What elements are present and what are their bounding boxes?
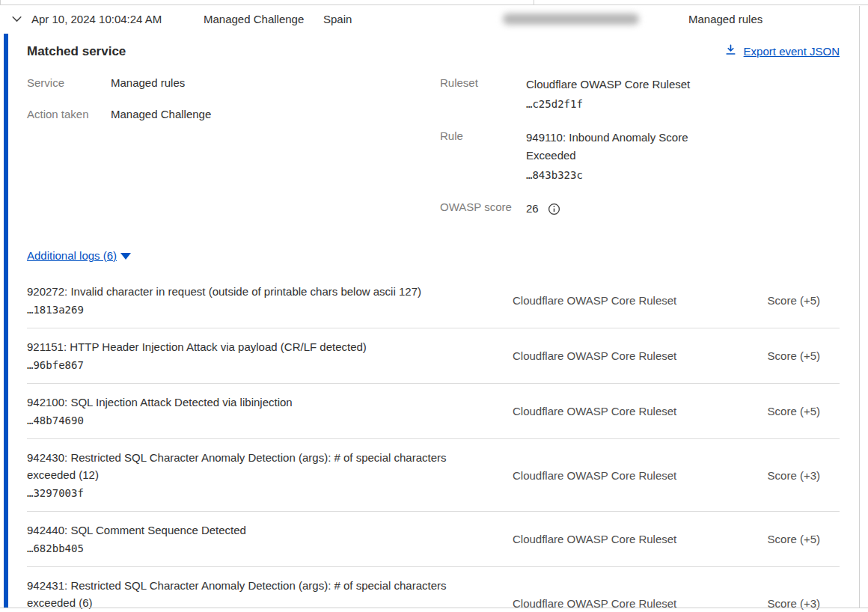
detail-field: OWASP score 26 bbox=[440, 200, 840, 218]
detail-field: Ruleset Cloudflare OWASP Core Ruleset …c… bbox=[440, 76, 840, 112]
log-row: 920272: Invalid character in request (ou… bbox=[27, 273, 840, 328]
event-detail-panel: Matched service Export event JSON Servic… bbox=[27, 43, 840, 612]
detail-field: Action taken Managed Challenge bbox=[27, 107, 440, 122]
event-timestamp: Apr 10, 2024 10:04:24 AM bbox=[31, 13, 204, 25]
log-ruleset: Cloudflare OWASP Core Ruleset bbox=[513, 469, 737, 482]
previous-row-border bbox=[0, 0, 868, 5]
table-left-border bbox=[0, 0, 1, 5]
table-right-border bbox=[859, 6, 860, 608]
log-score: Score (+5) bbox=[737, 294, 840, 307]
field-value: Managed Challenge bbox=[111, 107, 211, 122]
field-value: 949110: Inbound Anomaly Score Exceeded bbox=[526, 129, 709, 165]
log-rule-id: …1813a269 bbox=[27, 302, 483, 318]
chevron-down-icon[interactable] bbox=[10, 13, 23, 25]
info-icon[interactable] bbox=[548, 203, 560, 215]
field-rule-id: …c25d2f1f bbox=[526, 96, 690, 112]
table-bottom-border bbox=[0, 608, 868, 608]
detail-field: Rule 949110: Inbound Anomaly Score Excee… bbox=[440, 129, 840, 183]
log-rule-title: 942431: Restricted SQL Character Anomaly… bbox=[27, 577, 483, 611]
download-icon bbox=[724, 43, 737, 59]
field-label: OWASP score bbox=[440, 200, 526, 218]
expanded-row-accent-bar bbox=[4, 34, 8, 608]
log-rule-title: 942100: SQL Injection Attack Detected vi… bbox=[27, 394, 483, 411]
log-score: Score (+5) bbox=[737, 349, 840, 362]
log-rule-title: 942430: Restricted SQL Character Anomaly… bbox=[27, 449, 483, 483]
log-rule-id: …682bb405 bbox=[27, 540, 483, 557]
table-column-border bbox=[534, 0, 534, 5]
log-score: Score (+5) bbox=[737, 533, 840, 545]
event-row-header[interactable]: Apr 10, 2024 10:04:24 AM Managed Challen… bbox=[0, 5, 868, 33]
triangle-down-icon bbox=[120, 253, 131, 260]
additional-logs-list: 920272: Invalid character in request (ou… bbox=[27, 273, 840, 612]
fields-right-column: Ruleset Cloudflare OWASP Core Ruleset …c… bbox=[440, 76, 840, 234]
log-ruleset: Cloudflare OWASP Core Ruleset bbox=[513, 533, 737, 545]
export-link-label: Export event JSON bbox=[744, 45, 840, 58]
field-value: Managed rules bbox=[111, 76, 185, 91]
log-rule-id: …3297003f bbox=[27, 485, 483, 501]
log-score: Score (+3) bbox=[737, 469, 840, 482]
field-label: Ruleset bbox=[440, 76, 526, 112]
additional-logs-toggle[interactable]: Additional logs (6) bbox=[27, 249, 131, 262]
field-label: Action taken bbox=[27, 107, 111, 122]
event-service: Managed rules bbox=[688, 13, 762, 25]
event-action: Managed Challenge bbox=[204, 13, 323, 25]
additional-logs-label: Additional logs (6) bbox=[27, 249, 117, 262]
field-label: Rule bbox=[440, 129, 526, 183]
log-ruleset: Cloudflare OWASP Core Ruleset bbox=[513, 349, 737, 362]
field-value: 26 bbox=[526, 200, 539, 218]
log-rule-title: 942440: SQL Comment Sequence Detected bbox=[27, 521, 483, 539]
redacted-host-blur bbox=[503, 13, 639, 25]
log-row: 921151: HTTP Header Injection Attack via… bbox=[27, 328, 840, 384]
log-rule-title: 921151: HTTP Header Injection Attack via… bbox=[27, 338, 483, 355]
log-rule-id: …96bfe867 bbox=[27, 357, 483, 373]
log-row: 942440: SQL Comment Sequence Detected …6… bbox=[27, 512, 840, 567]
field-value: Cloudflare OWASP Core Ruleset bbox=[526, 76, 690, 94]
field-rule-id: …843b323c bbox=[526, 167, 709, 183]
log-ruleset: Cloudflare OWASP Core Ruleset bbox=[513, 405, 737, 417]
log-rule-title: 920272: Invalid character in request (ou… bbox=[27, 283, 483, 300]
log-row: 942431: Restricted SQL Character Anomaly… bbox=[27, 567, 840, 612]
event-country: Spain bbox=[323, 13, 503, 25]
detail-field: Service Managed rules bbox=[27, 76, 440, 91]
log-row: 942100: SQL Injection Attack Detected vi… bbox=[27, 384, 840, 439]
log-ruleset: Cloudflare OWASP Core Ruleset bbox=[513, 294, 737, 307]
log-score: Score (+5) bbox=[737, 405, 840, 417]
log-row: 942430: Restricted SQL Character Anomaly… bbox=[27, 439, 840, 512]
export-event-json-link[interactable]: Export event JSON bbox=[724, 43, 840, 59]
panel-title: Matched service bbox=[27, 44, 126, 59]
fields-left-column: Service Managed rules Action taken Manag… bbox=[27, 76, 440, 234]
field-label: Service bbox=[27, 76, 111, 91]
log-rule-id: …48b74690 bbox=[27, 412, 483, 429]
